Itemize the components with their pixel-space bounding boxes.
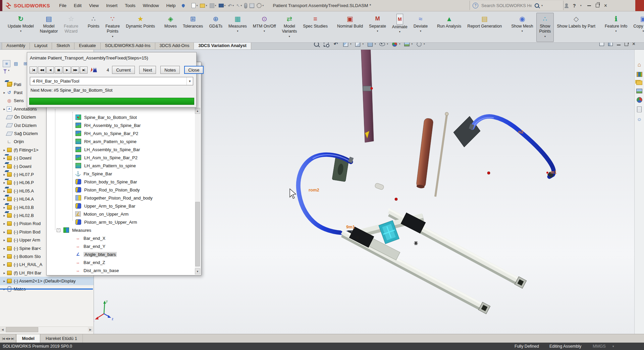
search-icon[interactable]	[535, 3, 539, 8]
chevron-down-icon[interactable]: ▾	[420, 30, 421, 33]
moves-item-fix-spine-bar[interactable]: ⚓Fix_Spine_Bar	[47, 170, 194, 178]
help-search[interactable]: ? ▾	[470, 1, 564, 10]
chevron-down-icon[interactable]: ▾	[237, 30, 238, 33]
chevron-down-icon[interactable]: ▾	[20, 30, 21, 33]
solidworks-resources-icon[interactable]: ⌂	[636, 61, 643, 68]
pin-menu-icon[interactable]	[181, 3, 186, 8]
moves-item-spine-bar-to-bottom-slot[interactable]: ▶Spine_Bar_to_Bottom_Slot	[47, 113, 194, 121]
ribbon-update-model-button[interactable]: ↻Update Model▾	[5, 13, 37, 42]
chevron-down-icon[interactable]: ▾	[289, 35, 290, 38]
next-button[interactable]: Next	[139, 66, 156, 74]
playback-button-6[interactable]: ▶|	[80, 67, 88, 74]
chevron-down-icon[interactable]: ▾	[643, 30, 644, 33]
view-palette-icon[interactable]	[636, 89, 642, 93]
chevron-down-icon[interactable]: ▾	[363, 43, 364, 45]
moves-item-rh-assembly-to-spine-bar[interactable]: ↑RH_Assembly_to_Spine_Bar	[47, 121, 194, 129]
chevron-down-icon[interactable]: ▾	[377, 30, 378, 33]
ribbon-deviate-button[interactable]: ≈Deviate▾	[411, 13, 431, 42]
expand-arrow-icon[interactable]: ▸	[2, 255, 7, 258]
search-options-caret-icon[interactable]: ▾	[541, 4, 543, 7]
chevron-down-icon[interactable]: ▾	[615, 30, 617, 33]
expand-arrow-icon[interactable]: ▸	[2, 238, 7, 242]
design-library-icon[interactable]	[637, 72, 642, 77]
chevron-down-icon[interactable]: ▾	[412, 43, 413, 45]
close-button[interactable]: Close	[184, 66, 203, 74]
menu-window[interactable]: Window	[139, 2, 163, 9]
chevron-down-icon[interactable]: ▾	[232, 4, 234, 7]
featuremanager-tab-icon[interactable]: ≡	[3, 60, 10, 67]
custom-properties-icon[interactable]	[637, 106, 642, 112]
ribbon-separate-button[interactable]: MSeparate▾	[366, 13, 389, 42]
collapse-icon[interactable]: −	[57, 228, 60, 232]
playback-button-2[interactable]: ◀	[46, 67, 54, 74]
next-tab-icon[interactable]: ▶	[8, 337, 10, 340]
tree-filter[interactable]: ▾	[3, 69, 9, 72]
expand-arrow-icon[interactable]: ▸	[2, 197, 7, 201]
moves-item-angle-btw-bars[interactable]: ∠Angle_btw_bars	[47, 250, 194, 258]
chevron-down-icon[interactable]: ▾	[264, 30, 265, 33]
print-button[interactable]: ▾	[219, 4, 226, 7]
chevron-down-icon[interactable]: ▾	[387, 43, 388, 45]
expand-arrow-icon[interactable]: ▸	[2, 222, 7, 225]
scroll-down-icon[interactable]: ▼	[195, 268, 200, 274]
chevron-down-icon[interactable]: ▾	[544, 35, 546, 38]
moves-item-measures[interactable]: −Measures	[47, 226, 194, 234]
units-indicator[interactable]: MMGS	[593, 343, 606, 350]
help-icon[interactable]: ?	[573, 3, 576, 8]
ribbon-model-variants-button[interactable]: ⇄Model Variants▾	[279, 13, 300, 42]
rollback-bar[interactable]	[0, 289, 93, 290]
ribbon-spec-studies-button[interactable]: ≡Spec Studies	[300, 13, 331, 42]
menu-file[interactable]: File	[55, 2, 70, 9]
menu-help[interactable]: Help	[163, 2, 179, 9]
menu-edit[interactable]: Edit	[70, 2, 85, 9]
appearances-scenes-icon[interactable]	[637, 97, 642, 103]
select-button[interactable]: ↖▾	[236, 3, 242, 8]
chevron-down-icon[interactable]: ▾	[399, 30, 400, 33]
close-icon[interactable]: ×	[604, 3, 607, 8]
chevron-down-icon[interactable]: ▾	[206, 4, 207, 7]
last-tab-icon[interactable]: ▶|	[11, 337, 14, 340]
new-document-button[interactable]: ▾	[192, 3, 198, 8]
moves-item-rh-asm-to-spine-bar-p2[interactable]: ↑RH_Asm_to_Spine_Bar_P2	[47, 129, 194, 137]
units-caret-icon[interactable]: ▾	[612, 343, 614, 350]
ribbon-show-mesh-button[interactable]: ◉Show Mesh▾	[508, 13, 536, 42]
chevron-down-icon[interactable]: ▾	[424, 43, 425, 45]
moves-item-lh-assembly-to-spine-bar[interactable]: ↑LH_Assembly_to_Spine_Bar	[47, 145, 194, 154]
ribbon-report-generation-button[interactable]: ▤Report Generation	[464, 13, 505, 42]
playback-button-1[interactable]: ◀◀	[38, 67, 46, 74]
ribbon-feature-info-button[interactable]: ℹFeature Info▾	[602, 13, 630, 42]
ribbon-feature-points-button[interactable]: ∵Feature Points▾	[102, 13, 123, 42]
menu-view[interactable]: View	[85, 2, 102, 9]
file-explorer-icon[interactable]	[636, 81, 642, 85]
propertymanager-tab-icon[interactable]: ▤	[12, 60, 20, 67]
moves-item-bar-end-x[interactable]: ↔Bar_end_X	[47, 234, 194, 242]
ribbon-measures-button[interactable]: ▦Measures▾	[225, 13, 250, 42]
scrollbar-thumb[interactable]	[6, 327, 38, 332]
ribbon-show-labels-by-part-button[interactable]: ◇Show Labels by Part	[554, 13, 598, 42]
tree-horizontal-scrollbar[interactable]: ◀ ▶	[0, 326, 93, 333]
moves-item-lh-asm-to-spine-bar-p2[interactable]: ↑LH_Asm_to_Spine_Bar_P2	[47, 154, 194, 162]
playback-button-3[interactable]: ▮▮	[55, 67, 62, 74]
moves-item-lh-asm-pattern-to-spine[interactable]: LH_asm_Pattern_to_spine	[47, 162, 194, 170]
ribbon-dynamic-points-button[interactable]: ★Dynamic Points	[123, 13, 158, 42]
tree-item-assem2-1-default-display[interactable]: ▸(-) Assem2<1> (Default<Display	[0, 277, 94, 285]
ribbon-animate-button[interactable]: MAnimate▾	[389, 13, 411, 42]
moves-item-bar-end-y[interactable]: ↔Bar_end_Y	[47, 242, 194, 250]
doc-restore-icon[interactable]	[625, 42, 628, 46]
moves-item-upper-arm-to-spine-bar[interactable]: Upper_Arm_to_Spine_Bar	[47, 202, 194, 210]
undo-button[interactable]: ↶▾	[228, 3, 234, 8]
restore-icon[interactable]	[596, 4, 599, 7]
options-button[interactable]: ▾	[257, 3, 264, 8]
chevron-down-icon[interactable]: ▾	[350, 43, 352, 45]
expand-arrow-icon[interactable]: ▸	[2, 271, 7, 275]
bottom-tab-model[interactable]: Model	[16, 334, 40, 343]
expand-arrow-icon[interactable]: ▸	[2, 173, 7, 176]
scroll-left-icon[interactable]: ◀	[0, 327, 5, 332]
help-caret-icon[interactable]: ▾	[580, 4, 582, 7]
moves-item-fixtogether-piston-rod-and-body[interactable]: Fixtogether_Piston_Rod_and_body	[47, 194, 194, 202]
ribbon-copy-data-button[interactable]: ▣Copy Data▾	[630, 13, 644, 42]
expand-arrow-icon[interactable]: ▸	[2, 91, 7, 94]
ribbon-mtm-on-off-button[interactable]: ⊙MTM On/Off▾	[250, 13, 279, 42]
scrollbar-thumb[interactable]	[195, 202, 200, 266]
moves-vertical-scrollbar[interactable]: ▲ ▼	[195, 108, 200, 274]
